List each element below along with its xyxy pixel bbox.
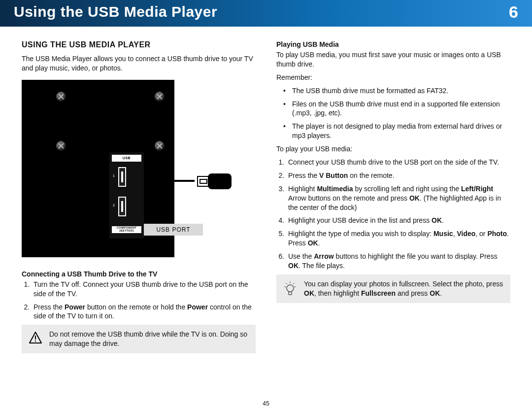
- warning-icon: [29, 330, 42, 343]
- subheading-connect: Connecting a USB Thumb Drive to the TV: [22, 270, 256, 278]
- figure-usb-port: USB 1 2 COMPONENT (BETTER) USB PORT: [22, 80, 256, 263]
- arrow-left-icon: [152, 171, 197, 191]
- lightbulb-icon: [283, 279, 297, 296]
- list-item: Files on the USB thumb drive must end in…: [286, 100, 510, 118]
- svg-rect-1: [35, 341, 36, 342]
- right-column: Playing USB Media To play USB media, you…: [276, 40, 510, 353]
- warning-note: Do not remove the USB thumb drive while …: [22, 325, 256, 353]
- connect-steps: Turn the TV off. Connect your USB thumb …: [22, 280, 256, 321]
- list-item: Press the V Button on the remote.: [286, 171, 510, 180]
- svg-line-4: [293, 283, 295, 284]
- remember-label: Remember:: [276, 73, 510, 82]
- usb-label: USB: [112, 155, 141, 162]
- chapter-title: Using the USB Media Player: [14, 3, 217, 20]
- list-item: Turn the TV off. Connect your USB thumb …: [32, 280, 256, 299]
- list-item: Highlight Multimedia by scrolling left a…: [286, 184, 510, 212]
- list-item: The player is not designed to play media…: [286, 122, 510, 140]
- component-label: COMPONENT (BETTER): [112, 226, 141, 233]
- list-item: Highlight the type of media you wish to …: [286, 229, 510, 248]
- warning-text: Do not remove the USB thumb drive while …: [49, 330, 249, 348]
- list-item: Connect your USB thumb drive to the USB …: [286, 158, 510, 167]
- play-steps: Connect your USB thumb drive to the USB …: [276, 158, 510, 271]
- list-item: Use the Arrow buttons to highlight the f…: [286, 252, 510, 271]
- tip-text: You can display your photos in fullscree…: [304, 279, 503, 298]
- intro-text: The USB Media Player allows you to conne…: [22, 54, 256, 73]
- remember-list: The USB thumb drive must be formatted as…: [276, 86, 510, 140]
- section-heading: USING THE USB MEDIA PLAYER: [22, 40, 256, 49]
- play-intro: To play USB media, you must first save y…: [276, 50, 510, 69]
- chapter-header: Using the USB Media Player 6: [0, 0, 532, 27]
- list-item: The USB thumb drive must be formatted as…: [286, 86, 510, 96]
- steps-intro: To play your USB media:: [276, 144, 510, 154]
- svg-point-7: [287, 285, 294, 292]
- svg-rect-0: [35, 336, 36, 340]
- svg-line-3: [286, 283, 287, 284]
- usb-thumb-drive-icon: [197, 173, 232, 189]
- callout-usb-port: USB PORT: [144, 224, 203, 236]
- chapter-number: 6: [509, 2, 518, 22]
- page-number: 45: [0, 400, 532, 407]
- tip-note: You can display your photos in fullscree…: [276, 274, 510, 303]
- svg-rect-8: [289, 292, 292, 295]
- left-column: USING THE USB MEDIA PLAYER The USB Media…: [22, 40, 256, 353]
- subheading-play: Playing USB Media: [276, 40, 510, 48]
- list-item: Press the Power button on the remote or …: [32, 303, 256, 321]
- list-item: Highlight your USB device in the list an…: [286, 216, 510, 225]
